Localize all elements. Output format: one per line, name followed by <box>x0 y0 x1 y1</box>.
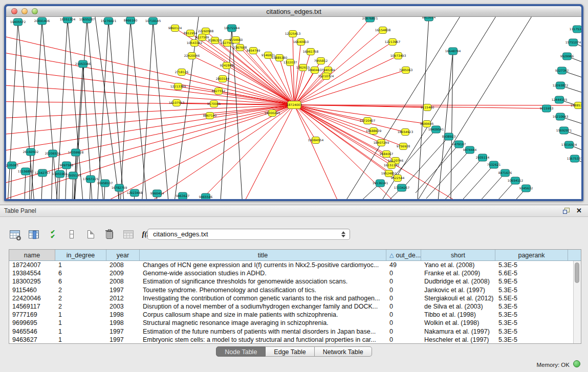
table-cell[interactable]: 2 <box>55 303 106 310</box>
graph-node[interactable]: 20876821 <box>362 17 378 22</box>
graph-node[interactable]: 19384554 <box>308 137 324 144</box>
table-cell[interactable]: Jankovic et al. (1997) <box>421 287 495 294</box>
table-row[interactable]: 2242004622012Investigating the contribut… <box>9 294 573 302</box>
graph-node[interactable]: 8471676 <box>498 169 512 177</box>
table-cell[interactable]: 1998 <box>106 319 140 326</box>
table-cell[interactable]: 49 <box>386 261 421 269</box>
graph-node[interactable]: 17359928 <box>68 149 84 156</box>
table-cell[interactable]: 2 <box>55 287 106 294</box>
graph-node[interactable]: 18409541 <box>428 126 444 133</box>
graph-node[interactable]: 2935114 <box>476 154 490 161</box>
table-cell[interactable]: 1 <box>55 328 106 335</box>
table-cell[interactable]: 6 <box>55 270 106 277</box>
graph-node[interactable]: 12923448 <box>127 189 143 196</box>
table-row[interactable]: 1872400712008Changes of HCN gene express… <box>9 261 573 269</box>
table-cell[interactable]: 2008 <box>106 278 140 285</box>
graph-edge[interactable] <box>294 52 311 105</box>
column-header-year[interactable]: year <box>106 250 140 260</box>
select-all-button[interactable]: ✔✔ <box>46 228 59 240</box>
show-columns-button[interactable] <box>27 228 40 240</box>
table-cell[interactable]: Stergiakouli et al. (2012) <box>421 295 495 302</box>
table-row[interactable]: 1456911722003Disruption of a novel membe… <box>9 302 573 311</box>
graph-node[interactable]: 18654923 <box>398 129 413 136</box>
graph-node[interactable]: 9474444 <box>463 146 477 154</box>
graph-node[interactable]: 2718126 <box>175 69 189 76</box>
table-cell[interactable]: Franke et al. (2009) <box>421 270 495 277</box>
table-cell[interactable]: 22420046 <box>9 295 55 302</box>
table-cell[interactable]: 9115460 <box>9 287 55 294</box>
table-cell[interactable]: 5.3E-5 <box>495 303 568 310</box>
graph-node[interactable]: 11175342 <box>570 26 581 33</box>
graph-node[interactable]: 17957225 <box>83 176 99 183</box>
column-header-short[interactable]: short <box>421 250 495 260</box>
graph-node[interactable]: 20206536 <box>45 150 61 157</box>
table-cell[interactable]: 5.9E-5 <box>495 278 568 285</box>
graph-node[interactable]: 10655287 <box>79 17 95 23</box>
table-cell[interactable]: 14569117 <box>9 303 55 310</box>
graph-edge[interactable] <box>294 68 303 105</box>
graph-edge[interactable] <box>435 51 453 199</box>
table-cell[interactable]: 18724007 <box>9 261 55 269</box>
graph-node[interactable]: 9860124 <box>168 25 182 32</box>
graph-edge[interactable] <box>130 20 149 199</box>
table-cell[interactable]: 1 <box>55 311 106 318</box>
graph-node[interactable]: 18407249 <box>374 140 389 146</box>
table-cell[interactable]: Estimation of the future numbers of pati… <box>140 328 386 335</box>
graph-node[interactable]: 9756928 <box>397 143 410 150</box>
window-titlebar[interactable]: citations_edges.txt <box>6 6 581 17</box>
table-cell[interactable]: 2003 <box>106 303 140 310</box>
table-cell[interactable]: 5.3E-5 <box>495 311 568 318</box>
table-cell[interactable]: 5.3E-5 <box>495 287 568 294</box>
graph-edge[interactable] <box>64 165 67 199</box>
graph-edge[interactable] <box>294 18 370 105</box>
graph-node[interactable]: 16154838 <box>375 27 391 34</box>
table-cell[interactable]: 6 <box>55 278 106 285</box>
table-cell[interactable]: de Silva et al. (2003) <box>421 303 495 310</box>
table-cell[interactable]: 2 <box>55 295 106 302</box>
graph-node[interactable]: 22420046 <box>184 53 200 59</box>
table-cell[interactable]: Structural magnetic resonance image aver… <box>140 319 386 326</box>
float-panel-icon[interactable] <box>563 208 570 214</box>
table-cell[interactable]: 0 <box>386 287 421 294</box>
graph-edge[interactable] <box>294 105 391 165</box>
graph-node[interactable]: 16958107 <box>97 180 113 187</box>
table-row[interactable]: 977716911998Corpus callosum shape and si… <box>9 311 573 319</box>
graph-edge[interactable] <box>236 40 294 105</box>
table-cell[interactable]: 1 <box>55 319 106 326</box>
graph-node[interactable]: 22260588 <box>198 28 214 35</box>
graph-node[interactable]: 12325413 <box>285 31 301 37</box>
graph-node[interactable]: 7955812 <box>314 58 328 64</box>
table-cell[interactable]: 0 <box>386 336 421 343</box>
graph-node[interactable]: 15720407 <box>360 118 376 124</box>
table-row[interactable]: 1938455462009Genome-wide association stu… <box>9 269 573 277</box>
graph-node[interactable]: 16151132 <box>384 162 400 169</box>
graph-node[interactable]: 8466160 <box>124 17 138 24</box>
graph-edge[interactable] <box>202 37 294 105</box>
table-cell[interactable]: 9699695 <box>9 319 55 326</box>
graph-node[interactable]: 9215953 <box>540 105 554 112</box>
table-cell[interactable]: Nakamura et al. (1997) <box>421 328 495 335</box>
table-cell[interactable]: 5.3E-5 <box>495 319 568 326</box>
graph-node[interactable]: 8867140 <box>203 113 217 119</box>
graph-node[interactable]: 7632621 <box>487 161 501 168</box>
graph-edge[interactable] <box>96 21 108 199</box>
vertical-scrollbar[interactable] <box>573 261 581 343</box>
graph-edge[interactable] <box>393 129 436 178</box>
table-cell[interactable]: Changes of HCN gene expression and I(f) … <box>140 261 386 269</box>
table-cell[interactable]: 9463627 <box>9 336 55 343</box>
graph-edge[interactable] <box>472 181 515 199</box>
graph-edge[interactable] <box>51 154 53 199</box>
memory-status-indicator[interactable] <box>573 360 580 367</box>
graph-edge[interactable] <box>24 171 26 199</box>
graph-node[interactable]: 10688639 <box>366 128 382 135</box>
graph-edge[interactable] <box>6 105 294 191</box>
table-cell[interactable]: 2012 <box>106 295 140 302</box>
graph-edge[interactable] <box>221 105 294 199</box>
table-cell[interactable]: Estimation of significance thresholds fo… <box>140 278 386 285</box>
table-cell[interactable]: Yano et al. (2008) <box>421 261 495 269</box>
table-cell[interactable]: Hescheler et al. (1997) <box>421 336 495 343</box>
graph-node[interactable]: 10543382 <box>187 40 203 47</box>
graph-node[interactable]: 9170061 <box>207 101 221 107</box>
graph-node[interactable]: 17334267 <box>394 184 410 191</box>
graph-node[interactable]: 12213389 <box>170 83 186 90</box>
